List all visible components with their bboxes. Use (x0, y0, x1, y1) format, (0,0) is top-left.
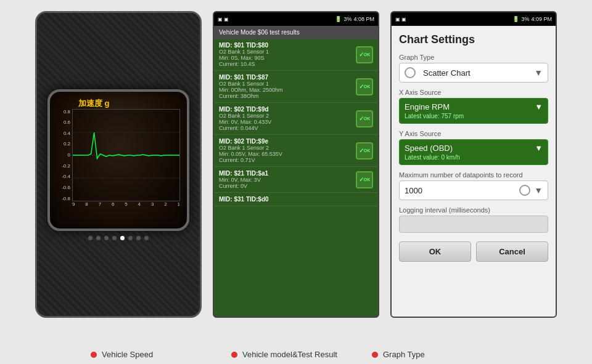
y-label: -0.6 (62, 185, 70, 190)
graph-type-radio[interactable] (405, 67, 416, 78)
x-axis-value: Engine RPM (405, 102, 450, 111)
ok-badge-4: ✓OK (356, 171, 373, 188)
red-dot-1 (91, 352, 97, 358)
dot-3 (104, 236, 109, 240)
ok-badge-3: ✓OK (356, 142, 373, 160)
test-item-info-3: MID: $02 TID:$9e O2 Bank 1 Sensor 2 Min:… (219, 138, 352, 163)
x-label: 8 (85, 201, 88, 207)
labels-row: Vehicle Speed Vehicle model&Test Result … (0, 344, 592, 364)
y-axis-dropdown[interactable]: Speed (OBD) ▼ Latest value: 0 km/h (399, 139, 548, 165)
x-label: 3 (151, 201, 154, 207)
screen2-status-bar: ▣ ▣ 🔋 3% 4:08 PM (214, 12, 378, 26)
test-item-mid-5: MID: $31 TID:$d0 (219, 196, 373, 203)
test-item-1: MID: $01 TID:$87 O2 Bank 1 Sensor 1 Min:… (214, 71, 378, 103)
screen3-content: Chart Settings Graph Type Scatter Chart … (392, 26, 556, 317)
signal-icon: ▣ ▣ (218, 17, 229, 22)
screen3-icons-left: ▣ ▣ (395, 17, 406, 22)
test-item-sensor-3: O2 Bank 1 Sensor 2 (219, 145, 352, 151)
x-axis-chevron-down-icon[interactable]: ▼ (535, 102, 543, 111)
label-item-3: Graph Type (372, 350, 501, 359)
test-item-info-4: MID: $21 TID:$a1 Min: 0V, Max: 3V Curren… (219, 170, 352, 189)
max-datapoints-radio[interactable] (519, 185, 530, 196)
chart-svg (73, 110, 179, 201)
screen3-status-left: ▣ ▣ (395, 17, 406, 22)
max-datapoints-section: Maximum number of datapoints to record 1… (399, 171, 548, 200)
ok-badge-1: ✓OK (356, 78, 373, 95)
screen1-vehicle-speed: 加速度 g 0.8 0.6 0.4 0.2 0 -0.2 -0.4 -0.6 -… (35, 11, 202, 318)
x-label: 5 (125, 201, 127, 207)
test-item-current-1: Current: 38Ohm (219, 93, 352, 99)
y-label: 0.2 (64, 141, 70, 147)
screens-row: 加速度 g 0.8 0.6 0.4 0.2 0 -0.2 -0.4 -0.6 -… (0, 0, 592, 344)
label-text-1: Vehicle Speed (102, 350, 153, 359)
test-item-info-5: MID: $31 TID:$d0 (219, 196, 373, 203)
x-axis-dropdown[interactable]: Engine RPM ▼ Latest value: 757 rpm (399, 98, 548, 124)
graph-type-value: Scatter Chart (423, 68, 530, 78)
screen3-battery-icon: 🔋 (512, 16, 519, 22)
y-label: -0.2 (62, 163, 70, 169)
test-item-mid-2: MID: $02 TID:$9d (219, 106, 352, 113)
test-item-5: MID: $31 TID:$d0 (214, 193, 378, 206)
y-label: 0.4 (64, 131, 70, 136)
y-axis-section: Y Axis Source Speed (OBD) ▼ Latest value… (399, 130, 548, 165)
screen3-chart-settings: ▣ ▣ 🔋 3% 4:09 PM Chart Settings Graph Ty… (390, 11, 557, 318)
dot-4 (112, 236, 117, 240)
test-item-sensor-1: O2 Bank 1 Sensor 1 (219, 81, 352, 87)
chart-plot (72, 109, 180, 201)
screen2-header-text: Vehicle Mode $06 test results (219, 29, 300, 36)
time-display: 4:08 PM (353, 16, 374, 22)
max-datapoints-dropdown[interactable]: 1000 ▼ (399, 180, 548, 200)
screen3-status-bar: ▣ ▣ 🔋 3% 4:09 PM (392, 12, 556, 26)
y-label: -0.4 (62, 174, 70, 179)
screen3-battery-pct: 3% (521, 16, 529, 22)
y-label: 0.8 (64, 109, 70, 115)
max-datapoints-label: Maximum number of datapoints to record (399, 171, 548, 179)
screen3-status-right: 🔋 3% 4:09 PM (512, 16, 552, 22)
btn-row: OK Cancel (399, 241, 548, 262)
ok-button[interactable]: OK (399, 241, 471, 262)
x-label: 6 (112, 201, 114, 207)
y-axis-labels: 0.8 0.6 0.4 0.2 0 -0.2 -0.4 -0.6 -0.8 (54, 109, 72, 201)
x-axis-labels: 9 8 7 6 5 4 3 2 1 (72, 201, 180, 208)
red-dot-2 (231, 352, 237, 358)
y-axis-sub: Latest value: 0 km/h (405, 154, 543, 161)
test-item-0: MID: $01 TID:$80 O2 Bank 1 Sensor 1 Min:… (214, 39, 378, 71)
test-item-info-1: MID: $01 TID:$87 O2 Bank 1 Sensor 1 Min:… (219, 74, 352, 99)
graph-type-dropdown[interactable]: Scatter Chart ▼ (399, 63, 548, 83)
ok-badge-2: ✓OK (356, 110, 373, 127)
max-datapoints-chevron-down-icon[interactable]: ▼ (534, 185, 543, 195)
x-label: 2 (164, 201, 166, 207)
screen3-time: 4:09 PM (531, 16, 552, 22)
label-item-1: Vehicle Speed (91, 350, 220, 359)
test-item-minmax-1: Min: 0Ohm, Max: 2500hm (219, 87, 352, 93)
y-axis-dropdown-title: Speed (OBD) ▼ (405, 144, 543, 153)
graph-type-chevron-down-icon[interactable]: ▼ (534, 68, 543, 78)
test-item-mid-3: MID: $02 TID:$9e (219, 138, 352, 145)
label-item-2: Vehicle model&Test Result (231, 350, 361, 359)
x-label: 1 (178, 201, 180, 207)
status-bar-right: 🔋 3% 4:08 PM (335, 16, 374, 22)
test-item-info-0: MID: $01 TID:$80 O2 Bank 1 Sensor 1 Min:… (219, 42, 352, 67)
logging-input[interactable] (399, 216, 548, 233)
graph-type-label: Graph Type (399, 54, 548, 61)
screen2-body: MID: $01 TID:$80 O2 Bank 1 Sensor 1 Min:… (214, 39, 378, 317)
gauge-container: 加速度 g 0.8 0.6 0.4 0.2 0 -0.2 -0.4 -0.6 -… (47, 89, 189, 231)
screen2-test-result: ▣ ▣ 🔋 3% 4:08 PM Vehicle Mode $06 test r… (213, 11, 379, 318)
test-item-sensor-2: O2 Bank 1 Sensor 2 (219, 113, 352, 119)
dot-5-active (120, 236, 125, 240)
y-axis-chevron-down-icon[interactable]: ▼ (535, 144, 543, 153)
label-text-2: Vehicle model&Test Result (242, 350, 337, 359)
test-item-current-4: Current: 0V (219, 183, 352, 189)
cancel-button[interactable]: Cancel (476, 241, 548, 262)
dot-1 (88, 236, 92, 240)
settings-title: Chart Settings (399, 33, 548, 46)
logging-section: Logging interval (milliseconds) (399, 206, 548, 233)
status-bar-left: ▣ ▣ (218, 17, 229, 22)
test-item-mid-1: MID: $01 TID:$87 (219, 74, 352, 81)
battery-icon: 🔋 (335, 16, 342, 22)
label-text-3: Graph Type (383, 350, 425, 359)
main-container: 加速度 g 0.8 0.6 0.4 0.2 0 -0.2 -0.4 -0.6 -… (0, 0, 592, 364)
dot-2 (96, 236, 101, 240)
logging-label: Logging interval (milliseconds) (399, 206, 548, 214)
x-label: 4 (138, 201, 141, 207)
